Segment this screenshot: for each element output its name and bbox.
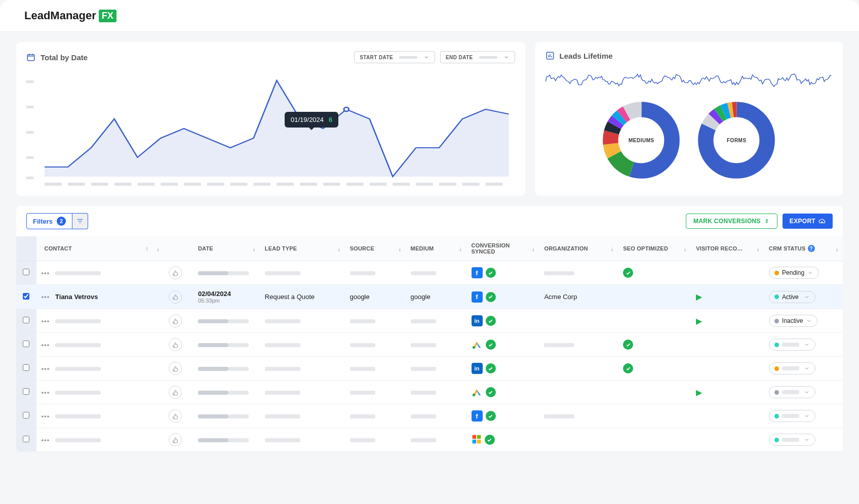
- table-row[interactable]: ••• ▶: [16, 381, 843, 404]
- chevron-down-icon: [804, 437, 810, 443]
- sort-down-icon[interactable]: ↓: [252, 245, 256, 253]
- thumbs-up-button[interactable]: [169, 433, 182, 446]
- play-icon[interactable]: ▶: [696, 292, 702, 301]
- conversion-cell: f: [466, 261, 539, 285]
- sort-up-icon[interactable]: ↑: [145, 245, 149, 253]
- table-row[interactable]: ••• f: [16, 404, 843, 428]
- row-actions-menu[interactable]: •••: [42, 317, 50, 325]
- table-row[interactable]: ••• fPending: [16, 261, 843, 285]
- row-checkbox[interactable]: [23, 317, 29, 323]
- mark-conversions-button[interactable]: MARK CONVERSIONS: [686, 214, 777, 229]
- crm-status-selector[interactable]: [769, 339, 815, 351]
- row-actions-menu[interactable]: •••: [42, 412, 50, 420]
- crm-status-selector[interactable]: Active: [769, 291, 815, 303]
- sort-down-icon[interactable]: ↓: [611, 245, 614, 253]
- end-date-picker[interactable]: END DATE: [440, 51, 515, 63]
- linkedin-icon: in: [472, 363, 483, 374]
- table-row[interactable]: •••: [16, 333, 843, 357]
- logo-text: LeadManager: [24, 9, 96, 22]
- sort-down-icon[interactable]: ↓: [337, 245, 341, 253]
- col-conversion[interactable]: CONVERSION SYNCED↓: [466, 236, 539, 261]
- lifetime-title-text: Leads Lifetime: [560, 52, 613, 60]
- row-actions-menu[interactable]: •••: [42, 389, 50, 396]
- thumbs-up-button[interactable]: [169, 338, 182, 351]
- thumbs-up-button[interactable]: [169, 409, 182, 423]
- mark-conversions-label: MARK CONVERSIONS: [693, 218, 761, 225]
- table-row[interactable]: ••• in: [16, 357, 843, 381]
- play-icon[interactable]: ▶: [696, 317, 702, 325]
- thumbs-up-button[interactable]: [169, 290, 182, 304]
- row-checkbox[interactable]: [23, 436, 29, 442]
- crm-status-selector[interactable]: [769, 434, 815, 446]
- sort-down-icon[interactable]: ↓: [532, 245, 535, 253]
- crm-status-label: Pending: [782, 269, 804, 276]
- crm-status-selector[interactable]: [769, 386, 815, 398]
- medium-cell: [406, 309, 466, 333]
- thumbs-up-button[interactable]: [169, 386, 182, 399]
- col-medium[interactable]: MEDIUM↓: [406, 236, 466, 261]
- crm-status-selector[interactable]: [769, 362, 815, 374]
- row-actions-menu[interactable]: •••: [42, 269, 50, 277]
- row-checkbox[interactable]: [23, 341, 29, 347]
- col-crm[interactable]: CRM STATUS?↓: [764, 236, 843, 261]
- start-date-picker[interactable]: START DATE: [354, 51, 435, 63]
- medium-cell: google: [406, 285, 466, 309]
- table-scroll[interactable]: CONTACT↑↓ DATE↓ LEAD TYPE↓ SOURCE↓ MEDIU…: [16, 236, 843, 452]
- svg-rect-9: [114, 183, 132, 186]
- sort-down-icon[interactable]: ↓: [683, 245, 687, 253]
- sort-down-icon[interactable]: ↓: [398, 245, 402, 253]
- row-actions-menu[interactable]: •••: [42, 365, 50, 372]
- row-checkbox[interactable]: [23, 269, 29, 275]
- row-actions-menu[interactable]: •••: [42, 341, 50, 349]
- date-pickers: START DATE END DATE: [354, 51, 515, 63]
- card-title-total: Total by Date: [26, 53, 88, 62]
- crm-status-selector[interactable]: Pending: [769, 267, 819, 279]
- col-date[interactable]: DATE↓: [193, 236, 260, 261]
- col-contact[interactable]: CONTACT↑↓: [36, 236, 164, 261]
- thumb-cell: [164, 309, 193, 333]
- play-icon[interactable]: ▶: [696, 388, 702, 397]
- contact-cell: •••: [36, 357, 164, 381]
- thumbs-up-button[interactable]: [169, 266, 182, 279]
- col-organization[interactable]: ORGANIZATION↓: [539, 236, 618, 261]
- filters-settings-button[interactable]: [72, 213, 88, 229]
- thumbs-up-button[interactable]: [169, 362, 182, 375]
- help-icon[interactable]: ?: [808, 245, 815, 252]
- header: LeadManager FX: [0, 0, 859, 32]
- thumbs-up-button[interactable]: [169, 314, 182, 327]
- svg-rect-10: [137, 183, 154, 186]
- row-checkbox[interactable]: [23, 388, 29, 395]
- date-cell: [193, 333, 260, 357]
- row-checkbox[interactable]: [23, 293, 29, 300]
- donut-forms[interactable]: FORMS: [696, 100, 777, 181]
- conversion-cell: [466, 381, 539, 404]
- date-cell: [193, 357, 260, 381]
- table-row[interactable]: ••• Tiana Vetrovs02/04/202405:33pmReques…: [16, 285, 843, 309]
- date-cell: [193, 428, 260, 452]
- check-icon: [486, 292, 496, 302]
- svg-rect-2: [26, 106, 33, 108]
- col-lead-type[interactable]: LEAD TYPE↓: [260, 236, 345, 261]
- export-button[interactable]: EXPORT: [783, 214, 833, 229]
- check-icon: [486, 387, 496, 397]
- crm-status-selector[interactable]: Inactive: [769, 315, 817, 327]
- sort-down-icon[interactable]: ↓: [835, 245, 839, 253]
- table-row[interactable]: ••• in▶Inactive: [16, 309, 843, 333]
- crm-status-selector[interactable]: [769, 410, 815, 422]
- row-actions-menu[interactable]: •••: [42, 436, 50, 444]
- row-checkbox[interactable]: [23, 412, 29, 418]
- col-seo[interactable]: SEO OPTIMIZED↓: [618, 236, 691, 261]
- filters-button[interactable]: Filters 2: [26, 213, 72, 229]
- lead-type-cell: Request a Quote: [260, 285, 345, 309]
- lead-type-cell: [260, 261, 345, 285]
- col-source[interactable]: SOURCE↓: [345, 236, 406, 261]
- sort-down-icon[interactable]: ↓: [459, 245, 462, 253]
- sort-down-icon[interactable]: ↓: [157, 245, 160, 253]
- col-visitor[interactable]: VISITOR RECO…↓: [691, 236, 764, 261]
- row-checkbox[interactable]: [23, 364, 29, 371]
- row-actions-menu[interactable]: •••: [42, 293, 50, 301]
- table-row[interactable]: •••: [16, 428, 843, 452]
- donut-mediums[interactable]: MEDIUMS: [601, 100, 682, 181]
- sort-down-icon[interactable]: ↓: [756, 245, 760, 253]
- thumb-cell: [164, 357, 193, 381]
